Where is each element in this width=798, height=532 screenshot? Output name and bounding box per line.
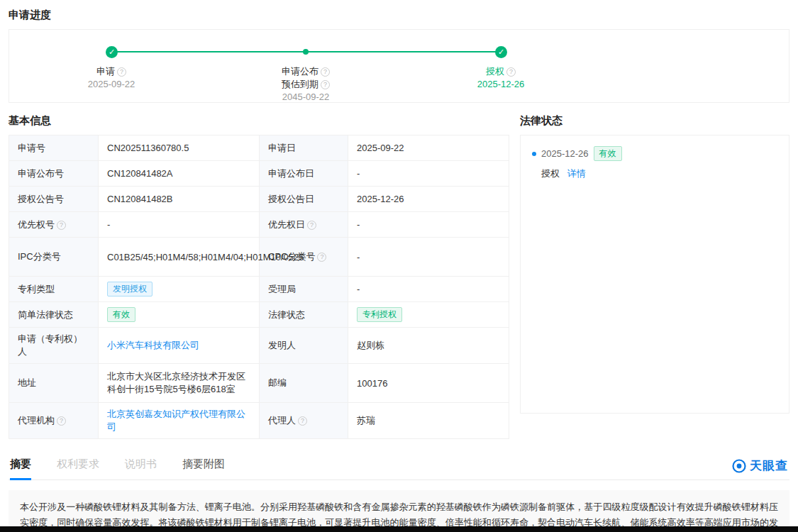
field-value: CN120841482B (99, 187, 260, 212)
agency-link[interactable]: 北京英创嘉友知识产权代理有限公司 (107, 409, 245, 432)
main-content-row: 基本信息 申请号 CN202511360780.5 申请日 2025-09-22… (9, 114, 789, 439)
info-icon[interactable] (321, 67, 330, 77)
field-label: 地址 (9, 364, 99, 403)
field-value: 赵则栋 (348, 328, 509, 364)
field-value: 苏瑞 (348, 403, 509, 439)
table-row: 简单法律状态 有效 法律状态 专利授权 (9, 302, 509, 328)
info-icon[interactable] (307, 221, 316, 230)
tab-abstract-figure[interactable]: 摘要附图 (182, 453, 225, 480)
field-value: C01B25/45;H01M4/58;H01M4/04;H01M10/0525 (99, 238, 260, 277)
field-label: 申请日 (260, 135, 348, 161)
legal-status-action: 授权 (541, 168, 560, 179)
timeline-step-label: 申请 (48, 65, 175, 78)
progress-timeline: 申请 2025-09-22 申请公布 预估到期 2045-09-22 授权 20… (9, 29, 789, 103)
field-label: 专利类型 (9, 277, 99, 302)
field-value: - (348, 277, 509, 302)
timeline-check-apply-icon (106, 46, 118, 58)
applicant-link[interactable]: 小米汽车科技有限公司 (107, 340, 199, 350)
table-row: 地址 北京市大兴区北京经济技术开发区科创十街15号院5号楼6层618室 邮编 1… (9, 364, 509, 403)
tabs-bar: 摘要 权利要求 说明书 摘要附图 天眼查 (9, 453, 789, 480)
field-value: 发明授权 (99, 277, 260, 302)
field-label: 授权公告号 (9, 187, 99, 212)
timeline-step-label: 授权 (437, 65, 565, 78)
field-label: 邮编 (260, 364, 348, 403)
step-expiry-date: 2045-09-22 (242, 91, 370, 104)
info-icon[interactable] (317, 253, 326, 262)
step-grant-date: 2025-12-26 (437, 78, 565, 91)
field-value: 北京市大兴区北京经济技术开发区科创十街15号院5号楼6层618室 (99, 364, 260, 403)
timeline-step-label: 申请公布 (242, 65, 370, 78)
progress-title: 申请进度 (9, 9, 789, 22)
detail-link[interactable]: 详情 (567, 168, 586, 179)
field-value: - (348, 212, 509, 238)
legal-status-section: 法律状态 2025-12-26 有效 授权 详情 (520, 114, 789, 439)
tab-abstract[interactable]: 摘要 (10, 453, 31, 480)
field-value: - (348, 238, 509, 277)
tianyancha-logo[interactable]: 天眼查 (732, 458, 788, 480)
field-label: 授权公告日 (260, 187, 348, 212)
table-row: 申请号 CN202511360780.5 申请日 2025-09-22 (9, 135, 509, 161)
basic-info-title: 基本信息 (9, 114, 509, 128)
field-label: 申请号 (9, 135, 99, 161)
field-value: - (348, 161, 509, 187)
field-value: CN202511360780.5 (99, 135, 260, 161)
step-grant-label: 授权 (486, 66, 504, 77)
field-label: 优先权日 (260, 212, 348, 238)
patent-detail-page: 申请进度 申请 2025-09-22 申请公布 预估到期 2045-09-22 … (0, 0, 798, 532)
field-value: 2025-12-26 (348, 187, 509, 212)
timeline-step-sublabel: 预估到期 (242, 78, 370, 91)
legal-status-badge: 专利授权 (357, 307, 402, 322)
tabs: 摘要 权利要求 说明书 摘要附图 (10, 453, 225, 480)
field-value: 小米汽车科技有限公司 (99, 328, 260, 364)
field-label: IPC分类号 (9, 238, 99, 277)
field-value: 2025-09-22 (348, 135, 509, 161)
step-apply-label: 申请 (96, 66, 115, 77)
bottom-bar (0, 526, 798, 532)
timeline-step-publish: 申请公布 预估到期 2045-09-22 (242, 65, 370, 104)
field-value: 100176 (348, 364, 509, 403)
field-value: - (99, 212, 260, 238)
field-value: 专利授权 (348, 302, 509, 328)
tab-claims[interactable]: 权利要求 (57, 453, 99, 480)
brand-name: 天眼查 (750, 458, 788, 474)
table-row: 代理机构 北京英创嘉友知识产权代理有限公司 代理人 苏瑞 (9, 403, 509, 439)
table-row: 授权公告号 CN120841482B 授权公告日 2025-12-26 (9, 187, 509, 212)
info-icon[interactable] (321, 80, 330, 89)
info-icon[interactable] (117, 67, 126, 77)
table-row: 优先权号 - 优先权日 - (9, 212, 509, 238)
legal-status-card: 2025-12-26 有效 授权 详情 (520, 135, 789, 414)
tianyancha-logo-icon (732, 459, 746, 473)
table-row: 申请公布号 CN120841482A 申请公布日 - (9, 161, 509, 187)
table-row: IPC分类号 C01B25/45;H01M4/58;H01M4/04;H01M1… (9, 238, 509, 277)
info-icon[interactable] (57, 221, 66, 230)
field-label: 受理局 (260, 277, 348, 302)
step-publish-label: 申请公布 (282, 66, 318, 77)
timeline-step-apply: 申请 2025-09-22 (48, 65, 175, 91)
tab-description[interactable]: 说明书 (125, 453, 157, 480)
field-label: 法律状态 (260, 302, 348, 328)
legal-status-entry-badge: 有效 (594, 146, 622, 161)
step-apply-date: 2025-09-22 (48, 78, 175, 91)
legal-status-action-row: 授权 详情 (532, 167, 777, 180)
table-row: 专利类型 发明授权 受理局 - (9, 277, 509, 302)
field-label: 申请（专利权）人 (9, 328, 99, 364)
field-value: 有效 (99, 302, 260, 328)
info-icon[interactable] (506, 67, 516, 77)
field-label: 发明人 (260, 328, 348, 364)
basic-info-table: 申请号 CN202511360780.5 申请日 2025-09-22 申请公布… (9, 135, 509, 439)
timeline-dot-publish-icon (303, 49, 309, 55)
field-label: 代理机构 (9, 403, 99, 439)
bullet-icon (532, 152, 536, 156)
timeline-step-grant: 授权 2025-12-26 (437, 65, 565, 91)
progress-section: 申请进度 申请 2025-09-22 申请公布 预估到期 2045-09-22 … (9, 9, 789, 103)
legal-status-title: 法律状态 (520, 114, 789, 128)
field-label: 申请公布日 (260, 161, 348, 187)
timeline-check-grant-icon (495, 46, 507, 58)
info-icon[interactable] (57, 416, 66, 426)
basic-info-section: 基本信息 申请号 CN202511360780.5 申请日 2025-09-22… (9, 114, 509, 439)
field-label: 代理人 (260, 403, 348, 439)
table-row: 申请（专利权）人 小米汽车科技有限公司 发明人 赵则栋 (9, 328, 509, 364)
simple-legal-status-badge: 有效 (107, 307, 135, 322)
info-icon[interactable] (298, 416, 307, 426)
field-label: CPC分类号 (260, 238, 348, 277)
